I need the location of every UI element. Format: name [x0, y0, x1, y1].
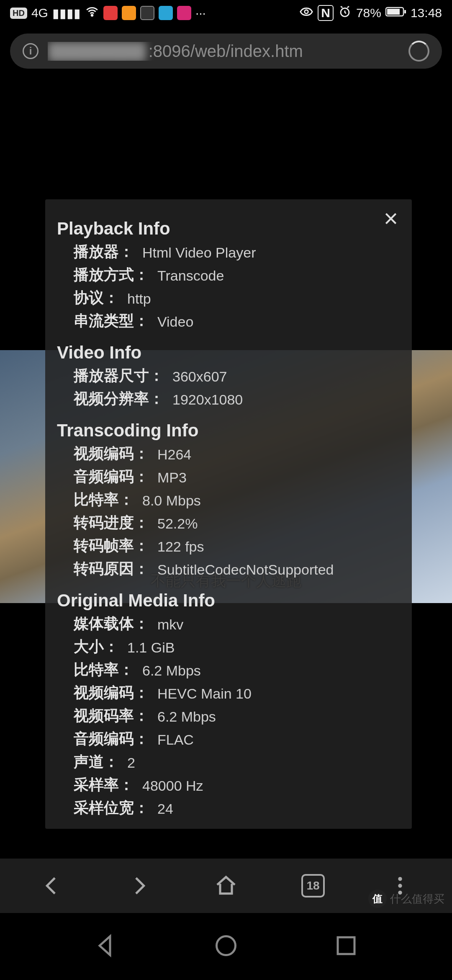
label-trans-vcodec: 视频编码 [74, 442, 134, 465]
url-text[interactable]: ████████:8096/web/index.htm [48, 42, 399, 61]
alarm-icon [338, 5, 352, 22]
label-trans-acodec: 音频编码 [74, 465, 134, 488]
section-video-title: Video Info [57, 343, 400, 363]
svg-point-6 [398, 877, 402, 881]
label-orig-bitdepth: 采样位宽 [74, 797, 134, 820]
value-resolution: 1920x1080 [168, 387, 243, 410]
app-icon [103, 6, 118, 20]
section-playback-title: Playback Info [57, 219, 400, 239]
value-trans-progress: 52.2% [153, 511, 198, 534]
label-trans-bitrate: 比特率 [74, 488, 119, 511]
label-resolution: 视频分辨率 [74, 387, 149, 410]
value-orig-sample: 48000 Hz [138, 774, 203, 797]
nfc-icon: N [318, 5, 334, 21]
label-orig-vbitrate: 视频码率 [74, 704, 134, 727]
label-orig-vcodec: 视频编码 [74, 681, 134, 704]
label-protocol: 协议 [74, 286, 104, 309]
value-mode: Transcode [153, 263, 224, 286]
home-button[interactable] [201, 871, 251, 900]
section-transcoding-title: Transcoding Info [57, 420, 400, 441]
label-orig-acodec: 音频编码 [74, 727, 134, 750]
section-original-title: Original Media Info [57, 591, 400, 611]
value-orig-vcodec: HEVC Main 10 [153, 681, 252, 704]
label-mode: 播放方式 [74, 263, 134, 286]
wifi-icon [85, 5, 99, 22]
more-icon: ··· [195, 6, 206, 20]
value-stream: Video [153, 309, 193, 333]
close-button[interactable] [380, 208, 402, 230]
svg-point-0 [91, 14, 92, 15]
watermark-text: 什么值得买 [390, 892, 444, 906]
site-info-icon[interactable]: i [23, 43, 39, 59]
status-bar: HD 4G ▮▮▮▮ ··· N 78% 13:48 [0, 0, 452, 26]
back-button[interactable] [27, 871, 77, 900]
eye-icon [299, 5, 313, 22]
nav-recent-icon[interactable] [334, 933, 359, 960]
label-trans-reason: 转码原因 [74, 557, 134, 580]
nav-back-icon[interactable] [93, 933, 118, 960]
value-player-size: 360x607 [168, 364, 227, 387]
value-protocol: http [123, 286, 151, 309]
label-trans-progress: 转码进度 [74, 511, 134, 534]
loading-spinner-icon[interactable] [408, 41, 429, 62]
value-orig-bitrate: 6.2 Mbps [138, 658, 201, 681]
value-orig-size: 1.1 GiB [123, 635, 175, 658]
svg-rect-10 [338, 937, 354, 954]
app-icon [177, 6, 191, 20]
label-player: 播放器 [74, 240, 119, 263]
svg-rect-4 [387, 9, 400, 15]
watermark: 值 什么值得买 [368, 890, 444, 908]
svg-point-1 [305, 10, 308, 13]
tabs-button[interactable]: 18 [288, 871, 338, 900]
hd-badge: HD [10, 8, 27, 19]
tab-count: 18 [301, 874, 325, 897]
value-orig-vbitrate: 6.2 Mbps [153, 704, 216, 727]
app-icon [140, 6, 154, 20]
battery-percent: 78% [356, 6, 381, 20]
nav-home-icon[interactable] [213, 933, 239, 960]
svg-point-9 [216, 936, 235, 955]
label-trans-fps: 转码帧率 [74, 534, 134, 557]
app-icon [159, 6, 173, 20]
label-orig-container: 媒体载体 [74, 612, 134, 635]
value-orig-acodec: FLAC [153, 727, 194, 750]
label-stream: 串流类型 [74, 309, 134, 333]
network-indicator: 4G [31, 6, 48, 20]
value-trans-bitrate: 8.0 Mbps [138, 488, 201, 511]
value-trans-reason: SubtitleCodecNotSupported [153, 557, 334, 580]
value-player: Html Video Player [138, 240, 256, 263]
svg-rect-5 [404, 10, 406, 13]
label-orig-sample: 采样率 [74, 774, 119, 797]
label-player-size: 播放器尺寸 [74, 364, 149, 387]
watermark-badge: 值 [368, 890, 387, 908]
value-orig-bitdepth: 24 [153, 797, 173, 820]
value-trans-fps: 122 fps [153, 534, 204, 557]
label-orig-channels: 声道 [74, 750, 104, 774]
app-icon [122, 6, 136, 20]
label-orig-size: 大小 [74, 635, 104, 658]
system-nav [0, 913, 452, 980]
signal-icon: ▮▮▮▮ [52, 6, 81, 21]
address-bar[interactable]: i ████████:8096/web/index.htm [10, 34, 442, 69]
svg-point-7 [398, 884, 402, 887]
value-trans-acodec: MP3 [153, 465, 187, 488]
value-orig-container: mkv [153, 612, 183, 635]
label-orig-bitrate: 比特率 [74, 658, 119, 681]
forward-button[interactable] [114, 871, 164, 900]
clock: 13:48 [411, 6, 442, 20]
value-orig-channels: 2 [123, 750, 135, 774]
playback-info-panel: Playback Info 播放器：Html Video Player 播放方式… [45, 199, 412, 829]
value-trans-vcodec: H264 [153, 442, 191, 465]
battery-icon [385, 6, 406, 20]
